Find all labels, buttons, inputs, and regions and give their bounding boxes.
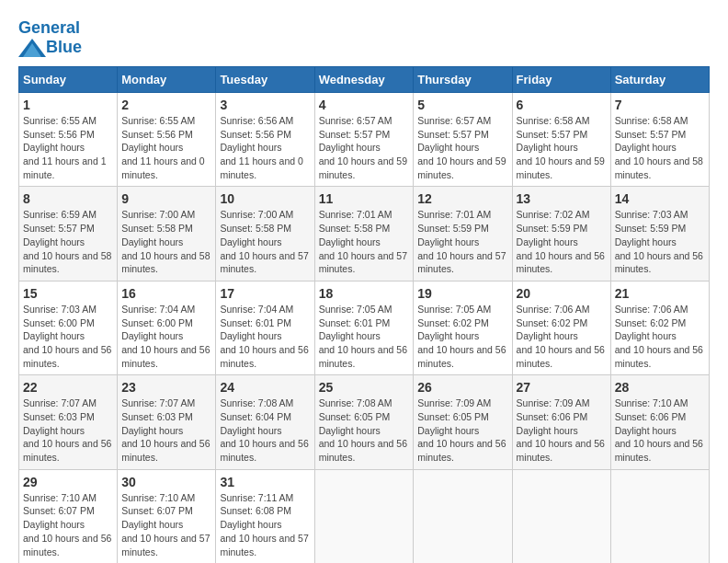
calendar-week-5: 29 Sunrise: 7:10 AMSunset: 6:07 PMDaylig… <box>19 469 710 563</box>
daylight-text: Daylight hours <box>319 425 381 436</box>
daylight-text: Daylight hours <box>517 236 578 247</box>
sunset-text: Sunset: 5:56 PM <box>220 129 291 140</box>
daylight-duration: and 10 hours and 56 minutes. <box>615 344 703 369</box>
day-number: 27 <box>517 380 607 395</box>
daylight-duration: and 10 hours and 56 minutes. <box>220 344 308 369</box>
daylight-text: Daylight hours <box>615 425 677 436</box>
sunset-text: Sunset: 6:00 PM <box>23 317 95 328</box>
calendar-cell: 21 Sunrise: 7:06 AMSunset: 6:02 PMDaylig… <box>610 281 709 374</box>
sunrise-text: Sunrise: 7:07 AM <box>23 397 97 408</box>
day-info: Sunrise: 7:09 AMSunset: 6:05 PMDaylight … <box>417 396 507 464</box>
daylight-duration: and 10 hours and 56 minutes. <box>23 438 111 463</box>
sunrise-text: Sunrise: 7:08 AM <box>220 397 293 408</box>
daylight-duration: and 10 hours and 59 minutes. <box>319 155 407 180</box>
day-info: Sunrise: 6:57 AMSunset: 5:57 PMDaylight … <box>417 114 507 181</box>
sunrise-text: Sunrise: 7:11 AM <box>220 492 293 503</box>
day-info: Sunrise: 7:00 AMSunset: 5:58 PMDaylight … <box>220 208 310 275</box>
day-number: 15 <box>23 286 113 301</box>
calendar-cell: 19 Sunrise: 7:05 AMSunset: 6:02 PMDaylig… <box>414 281 512 374</box>
sunrise-text: Sunrise: 7:05 AM <box>417 304 491 315</box>
logo-icon <box>18 39 46 57</box>
daylight-duration: and 10 hours and 56 minutes. <box>417 344 506 369</box>
sunset-text: Sunset: 5:56 PM <box>23 129 95 140</box>
daylight-duration: and 10 hours and 57 minutes. <box>319 250 407 275</box>
daylight-text: Daylight hours <box>319 142 381 153</box>
daylight-duration: and 10 hours and 56 minutes. <box>121 438 210 463</box>
calendar-cell <box>414 469 512 563</box>
calendar-cell <box>512 469 610 563</box>
day-number: 21 <box>615 286 705 301</box>
day-info: Sunrise: 7:03 AMSunset: 5:59 PMDaylight … <box>615 208 705 275</box>
day-number: 29 <box>23 475 113 489</box>
calendar-cell: 25 Sunrise: 7:08 AMSunset: 6:05 PMDaylig… <box>314 375 414 469</box>
calendar-cell: 31 Sunrise: 7:11 AMSunset: 6:08 PMDaylig… <box>216 469 314 563</box>
daylight-text: Daylight hours <box>220 425 281 436</box>
daylight-text: Daylight hours <box>517 425 578 436</box>
calendar-week-1: 1 Sunrise: 6:55 AMSunset: 5:56 PMDayligh… <box>19 93 710 187</box>
day-number: 2 <box>121 98 211 112</box>
sunset-text: Sunset: 6:01 PM <box>319 317 391 328</box>
daylight-duration: and 10 hours and 56 minutes. <box>517 344 605 369</box>
sunset-text: Sunset: 6:03 PM <box>121 411 193 422</box>
daylight-text: Daylight hours <box>615 142 677 153</box>
calendar-cell: 16 Sunrise: 7:04 AMSunset: 6:00 PMDaylig… <box>118 281 216 374</box>
calendar-cell: 23 Sunrise: 7:07 AMSunset: 6:03 PMDaylig… <box>118 375 216 469</box>
daylight-duration: and 10 hours and 56 minutes. <box>319 438 407 463</box>
day-number: 16 <box>121 286 211 301</box>
day-info: Sunrise: 7:06 AMSunset: 6:02 PMDaylight … <box>517 303 607 370</box>
day-number: 23 <box>121 380 211 395</box>
daylight-text: Daylight hours <box>517 330 578 341</box>
day-info: Sunrise: 7:11 AMSunset: 6:08 PMDaylight … <box>220 491 310 558</box>
day-number: 24 <box>220 380 310 395</box>
daylight-text: Daylight hours <box>615 330 677 341</box>
sunset-text: Sunset: 6:08 PM <box>220 505 291 516</box>
calendar-cell: 5 Sunrise: 6:57 AMSunset: 5:57 PMDayligh… <box>414 93 512 187</box>
daylight-duration: and 10 hours and 56 minutes. <box>615 438 703 463</box>
sunset-text: Sunset: 5:59 PM <box>615 223 687 234</box>
calendar-cell: 3 Sunrise: 6:56 AMSunset: 5:56 PMDayligh… <box>216 93 314 187</box>
day-number: 8 <box>23 191 113 206</box>
daylight-text: Daylight hours <box>23 425 85 436</box>
page-header: General Blue <box>18 18 710 57</box>
calendar-cell: 11 Sunrise: 7:01 AMSunset: 5:58 PMDaylig… <box>314 187 414 281</box>
sunrise-text: Sunrise: 7:00 AM <box>121 209 195 220</box>
sunrise-text: Sunrise: 7:01 AM <box>417 209 491 220</box>
day-number: 10 <box>220 191 310 206</box>
logo-text: General <box>18 18 80 38</box>
day-number: 7 <box>615 98 705 112</box>
day-info: Sunrise: 7:04 AMSunset: 6:00 PMDaylight … <box>121 303 211 370</box>
day-number: 20 <box>517 286 607 301</box>
calendar-table: SundayMondayTuesdayWednesdayThursdayFrid… <box>18 66 710 563</box>
daylight-text: Daylight hours <box>417 330 479 341</box>
sunset-text: Sunset: 6:02 PM <box>517 317 588 328</box>
day-info: Sunrise: 7:06 AMSunset: 6:02 PMDaylight … <box>615 303 705 370</box>
daylight-duration: and 10 hours and 59 minutes. <box>517 155 605 180</box>
daylight-duration: and 11 hours and 1 minute. <box>23 155 107 180</box>
day-info: Sunrise: 6:58 AMSunset: 5:57 PMDaylight … <box>517 114 607 181</box>
sunset-text: Sunset: 5:58 PM <box>121 223 193 234</box>
day-number: 5 <box>417 98 507 112</box>
calendar-cell: 12 Sunrise: 7:01 AMSunset: 5:59 PMDaylig… <box>414 187 512 281</box>
weekday-header-monday: Monday <box>118 67 216 93</box>
day-info: Sunrise: 7:09 AMSunset: 6:06 PMDaylight … <box>517 396 607 464</box>
sunset-text: Sunset: 6:05 PM <box>417 411 489 422</box>
daylight-duration: and 10 hours and 56 minutes. <box>517 250 605 275</box>
day-number: 4 <box>319 98 410 112</box>
sunrise-text: Sunrise: 7:10 AM <box>23 492 97 503</box>
daylight-text: Daylight hours <box>615 236 677 247</box>
daylight-text: Daylight hours <box>23 330 85 341</box>
daylight-duration: and 10 hours and 56 minutes. <box>23 344 111 369</box>
day-info: Sunrise: 7:08 AMSunset: 6:05 PMDaylight … <box>319 396 410 464</box>
daylight-duration: and 10 hours and 58 minutes. <box>23 250 111 275</box>
day-info: Sunrise: 7:07 AMSunset: 6:03 PMDaylight … <box>121 396 211 464</box>
day-info: Sunrise: 7:01 AMSunset: 5:58 PMDaylight … <box>319 208 410 275</box>
sunrise-text: Sunrise: 7:01 AM <box>319 209 392 220</box>
calendar-week-4: 22 Sunrise: 7:07 AMSunset: 6:03 PMDaylig… <box>19 375 710 469</box>
sunset-text: Sunset: 6:06 PM <box>517 411 588 422</box>
sunset-text: Sunset: 5:57 PM <box>517 129 588 140</box>
day-number: 28 <box>615 380 705 395</box>
daylight-text: Daylight hours <box>417 236 479 247</box>
calendar-cell: 18 Sunrise: 7:05 AMSunset: 6:01 PMDaylig… <box>314 281 414 374</box>
day-number: 3 <box>220 98 310 112</box>
logo-blue: Blue <box>46 38 82 57</box>
